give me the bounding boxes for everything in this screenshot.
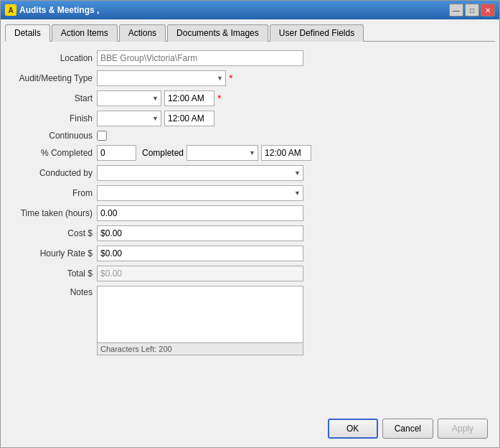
window-icon: A [5,4,16,16]
finish-date-select[interactable] [97,111,161,126]
finish-time-input[interactable] [164,111,214,126]
start-label: Start [11,93,97,103]
window-body: Details Action Items Actions Documents &… [1,19,499,447]
restore-button[interactable]: □ [465,4,479,17]
chars-left-text: Characters Left: 200 [100,345,172,353]
from-row: From ▼ [11,185,489,201]
tab-documents-images[interactable]: Documents & Images [167,24,268,42]
time-taken-label: Time taken (hours) [11,208,97,218]
completed-time-input[interactable] [261,145,311,161]
audit-meeting-type-label: Audit/Meeting Type [11,73,97,83]
notes-textarea[interactable] [97,286,303,343]
audit-meeting-type-row: Audit/Meeting Type ▼ * [11,70,489,86]
cost-label: Cost $ [11,228,97,238]
hourly-rate-label: Hourly Rate $ [11,248,97,258]
apply-button[interactable]: Apply [438,419,488,439]
tab-details[interactable]: Details [5,24,50,42]
from-select[interactable] [97,185,303,201]
completed-label: Completed [142,148,184,158]
minimize-button[interactable]: — [449,4,463,17]
cancel-button[interactable]: Cancel [382,419,433,439]
ok-button[interactable]: OK [328,419,378,439]
hourly-rate-input[interactable] [97,246,303,261]
cost-input[interactable] [97,225,303,241]
percent-completed-input[interactable] [97,145,136,161]
continuous-label: Continuous [11,131,97,141]
total-row: Total $ [11,266,489,281]
start-required: * [217,93,221,103]
time-taken-input[interactable] [97,205,303,221]
finish-label: Finish [11,113,97,123]
conducted-by-select[interactable] [97,165,303,181]
conducted-by-row: Conducted by ▼ [11,165,489,181]
cost-row: Cost $ [11,225,489,241]
total-input [97,266,303,281]
start-date-select[interactable] [97,90,161,106]
tab-action-items[interactable]: Action Items [52,24,118,42]
audit-meeting-type-required: * [229,73,232,83]
time-taken-row: Time taken (hours) [11,205,489,221]
percent-completed-label: % Completed [11,148,97,158]
continuous-checkbox[interactable] [97,131,107,141]
main-window: A Audits & Meetings , — □ ✕ Details Acti… [0,0,500,448]
tab-user-defined-fields[interactable]: User Defined Fields [270,24,364,42]
conducted-by-label: Conducted by [11,168,97,178]
chars-left-bar: Characters Left: 200 [97,343,303,355]
tab-actions[interactable]: Actions [119,24,166,42]
start-row: Start ▼ * [11,90,489,106]
percent-completed-row: % Completed Completed ▼ [11,145,489,161]
start-time-input[interactable] [164,90,214,106]
window-title: Audits & Meetings , [19,5,99,15]
total-label: Total $ [11,269,97,279]
from-label: From [11,188,97,198]
location-label: Location [11,53,97,63]
title-bar: A Audits & Meetings , — □ ✕ [1,1,499,19]
bottom-bar: OK Cancel Apply [5,413,495,443]
close-button[interactable]: ✕ [481,4,495,17]
location-row: Location [11,50,489,66]
notes-label: Notes [11,286,97,297]
notes-row: Notes Characters Left: 200 [11,286,489,355]
location-input[interactable] [97,50,303,66]
tab-bar: Details Action Items Actions Documents &… [5,24,495,42]
audit-meeting-type-select[interactable] [97,70,226,86]
completed-select[interactable] [187,145,258,161]
form-area: Location Audit/Meeting Type ▼ * Start [5,47,495,413]
hourly-rate-row: Hourly Rate $ [11,246,489,261]
finish-row: Finish ▼ [11,111,489,126]
continuous-row: Continuous [11,131,489,141]
